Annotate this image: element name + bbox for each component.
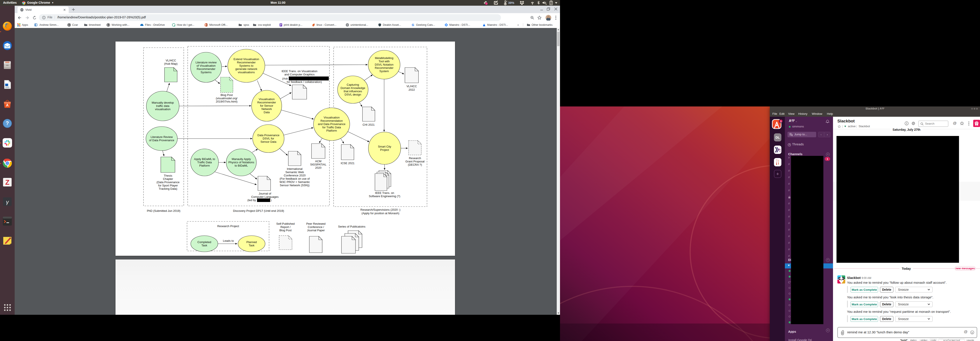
svg-text:IEEE Trans. on Visualizationan: IEEE Trans. on Visualizationand Computer… xyxy=(282,70,317,76)
svg-text:ICSE 2021: ICSE 2021 xyxy=(341,162,355,165)
svg-text:Literature Reviewof Data Prove: Literature Reviewof Data Provenance xyxy=(149,135,174,142)
svg-text:Research Project: Research Project xyxy=(217,225,239,228)
svg-text:Journal ofComputer Languages: Journal ofComputer Languages xyxy=(251,192,279,198)
svg-text:IEEE Trans. onSoftware Enginee: IEEE Trans. onSoftware Engineering (?) xyxy=(369,191,400,198)
svg-text:Discovery Project DP17 (Until: Discovery Project DP17 (Until end 2019) xyxy=(233,209,284,213)
svg-text:): ) xyxy=(270,198,272,202)
svg-text:γ: γ xyxy=(6,199,9,205)
svg-text:(Ask: (Ask xyxy=(282,77,288,80)
svg-text:Research/Supervisions (2020 -): Research/Supervisions (2020 -)(Apply for… xyxy=(361,208,401,215)
svg-text:x: x xyxy=(546,3,547,5)
svg-text:Series of Publicatoins: Series of Publicatoins xyxy=(338,225,366,228)
svg-text:VL/HCC2022: VL/HCC2022 xyxy=(406,85,417,91)
svg-text:Self-PublishedReport /Blog Pos: Self-PublishedReport /Blog Post xyxy=(276,222,295,232)
svg-text:A: A xyxy=(6,103,8,107)
svg-text:Peer ReviewedConference /Journ: Peer ReviewedConference /Journal Paper xyxy=(306,222,326,232)
svg-text:G: G xyxy=(412,23,414,27)
svg-text:ThesisChapter(Data Provenancef: ThesisChapter(Data Provenancefor Sport P… xyxy=(157,174,180,190)
svg-text:Z: Z xyxy=(5,179,10,186)
svg-text:ResearchGrant Proposal(DECRA ?: ResearchGrant Proposal(DECRA ?) xyxy=(405,157,425,167)
svg-text:InternationalSemantic WebConfe: InternationalSemantic WebConference 2020… xyxy=(280,167,310,187)
svg-text:Leads to: Leads to xyxy=(223,239,234,243)
svg-text:CHI 2021: CHI 2021 xyxy=(363,123,375,126)
svg-text:for feedback / collaboration): for feedback / collaboration) xyxy=(287,80,322,84)
svg-text:39%: 39% xyxy=(508,1,514,5)
svg-text:(led by: (led by xyxy=(247,198,256,202)
svg-text:?: ? xyxy=(6,121,9,126)
svg-text:P: P xyxy=(280,24,282,26)
svg-text:ACMSIGSPATIAL2020: ACMSIGSPATIAL2020 xyxy=(310,160,326,170)
svg-text:VL/HCC(Hub Map): VL/HCC(Hub Map) xyxy=(164,59,177,65)
svg-text:PhD (Submitted Jun 2019): PhD (Submitted Jun 2019) xyxy=(147,209,180,213)
svg-text:Blog Post(visualmodel.org/2019: Blog Post(visualmodel.org/2019/07/vis.ht… xyxy=(216,94,237,103)
